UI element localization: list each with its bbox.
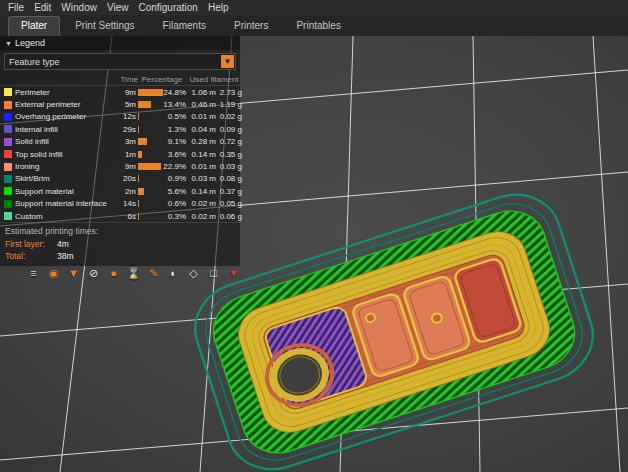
legend-column-headers: Time Percentage Used filament [0,73,240,86]
feature-name: Skirt/Brim [15,174,114,183]
menu-item-window[interactable]: Window [56,2,102,13]
legend-row[interactable]: Ironing 9m 22.9% 0.01 m 0.03 g [0,160,240,172]
legend-rows: Perimeter 9m 24.8% 1.06 m 2.73 g Externa… [0,86,240,222]
feature-filament-length: 1.06 m [186,88,216,97]
percentage-bar [138,126,139,133]
legend-row[interactable]: Skirt/Brim 20s 0.9% 0.03 m 0.08 g [0,173,240,185]
feature-filament-weight: 0.35 g [216,150,242,159]
legend-row[interactable]: Top solid infill 1m 3.6% 0.14 m 0.35 g [0,148,240,160]
viewport-3d[interactable]: ▼Legend Feature type ▼ Time Percentage U… [0,36,628,472]
feature-color-swatch [4,138,12,146]
feature-color-swatch [4,187,12,195]
tab-filaments[interactable]: Filaments [150,16,219,36]
feature-name: Support material interface [15,199,114,208]
feature-color-swatch [4,200,12,208]
tab-print-settings[interactable]: Print Settings [62,16,147,36]
legend-row[interactable]: Perimeter 9m 24.8% 1.06 m 2.73 g [0,86,240,98]
view-type-select[interactable]: Feature type ▼ [4,53,236,70]
filter-icon[interactable]: ▼ [221,55,234,68]
legend-row[interactable]: External perimeter 5m 13.4% 0.46 m 1.19 … [0,98,240,110]
menu-item-edit[interactable]: Edit [29,2,56,13]
feature-time: 5m [114,100,138,109]
feature-filament-length: 0.01 m [186,112,216,121]
feature-color-swatch [4,125,12,133]
column-percentage: Percentage [138,75,186,84]
feature-filament-length: 0.28 m [186,137,216,146]
percentage-bar [138,89,163,96]
gcode-model [184,183,604,472]
menu-item-help[interactable]: Help [203,2,234,13]
feature-time: 9m [114,162,138,171]
feature-time: 12s [114,112,138,121]
feature-filament-weight: 0.06 g [216,212,242,221]
percentage-bar [138,213,139,220]
feature-percentage: 13.4% [138,98,186,110]
custom-gcode-icon[interactable]: ◇ [186,266,201,281]
color-changes-icon[interactable]: ✎ [146,266,161,281]
feature-time: 2m [114,187,138,196]
legend-row[interactable]: Overhang perimeter 12s 0.5% 0.01 m 0.02 … [0,111,240,123]
tool-changes-icon[interactable]: ⌛ [126,266,141,281]
legend-row[interactable]: Custom 6s 0.3% 0.02 m 0.06 g [0,210,240,222]
feature-percentage: 0.5% [138,111,186,123]
feature-filament-weight: 0.72 g [216,137,242,146]
percentage-bar [138,175,139,182]
legend-row[interactable]: Internal infill 29s 1.3% 0.04 m 0.09 g [0,123,240,135]
feature-color-swatch [4,163,12,171]
feature-time: 1m [114,150,138,159]
tab-bar: PlaterPrint SettingsFilamentsPrintersPri… [0,15,628,36]
legend-row[interactable]: Solid infill 3m 9.1% 0.28 m 0.72 g [0,136,240,148]
legend-header[interactable]: ▼Legend [0,36,240,50]
travel-icon[interactable]: ≡ [26,266,41,281]
feature-time: 14s [114,199,138,208]
feature-filament-weight: 0.03 g [216,162,242,171]
feature-percentage: 9.1% [138,136,186,148]
feature-percentage: 1.3% [138,123,186,135]
feature-filament-length: 0.14 m [186,150,216,159]
pause-prints-icon[interactable]: ◐ [166,266,181,281]
feature-color-swatch [4,212,12,220]
percentage-bar [138,200,139,207]
feature-filament-length: 0.46 m [186,100,216,109]
percentage-bar [138,101,151,108]
feature-filament-weight: 0.37 g [216,187,242,196]
feature-name: Internal infill [15,125,114,134]
feature-filament-length: 0.01 m [186,162,216,171]
percentage-bar [138,163,161,170]
tab-printers[interactable]: Printers [221,16,281,36]
view-type-value: Feature type [9,57,60,67]
legend-row[interactable]: Support material interface 14s 0.6% 0.02… [0,198,240,210]
wipe-icon[interactable]: ◉ [46,266,61,281]
menu-item-configuration[interactable]: Configuration [133,2,202,13]
estimated-times: Estimated printing times: First layer:4m… [0,222,240,266]
percentage-bar [138,151,142,158]
feature-filament-weight: 1.19 g [216,100,242,109]
shells-icon[interactable]: □ [206,266,221,281]
feature-name: Overhang perimeter [15,112,114,121]
retractions-icon[interactable]: ▼ [66,266,81,281]
legend-title: Legend [15,38,45,48]
menu-item-file[interactable]: File [3,2,29,13]
feature-time: 20s [114,174,138,183]
legend-row[interactable]: Support material 2m 5.6% 0.14 m 0.37 g [0,185,240,197]
collapse-icon: ▼ [5,40,12,47]
menu-item-view[interactable]: View [102,2,134,13]
deretractions-icon[interactable]: ⊘ [86,266,101,281]
feature-color-swatch [4,150,12,158]
feature-name: Support material [15,187,114,196]
feature-name: Ironing [15,162,114,171]
tool-marker-icon[interactable]: ▼ [226,266,241,281]
feature-percentage: 24.8% [138,86,186,98]
feature-name: Custom [15,212,114,221]
seams-icon[interactable]: ● [106,266,121,281]
tab-plater[interactable]: Plater [8,16,60,36]
feature-filament-weight: 0.05 g [216,199,242,208]
tab-printables[interactable]: Printables [283,16,353,36]
percentage-bar [138,113,139,120]
feature-filament-weight: 0.02 g [216,112,242,121]
feature-time: 29s [114,125,138,134]
feature-name: External perimeter [15,100,114,109]
percentage-bar [138,138,147,145]
menu-bar: FileEditWindowViewConfigurationHelp [0,0,628,15]
preview-options-toolbar: ≡◉▼⊘●⌛✎◐◇□▼ [26,266,241,281]
